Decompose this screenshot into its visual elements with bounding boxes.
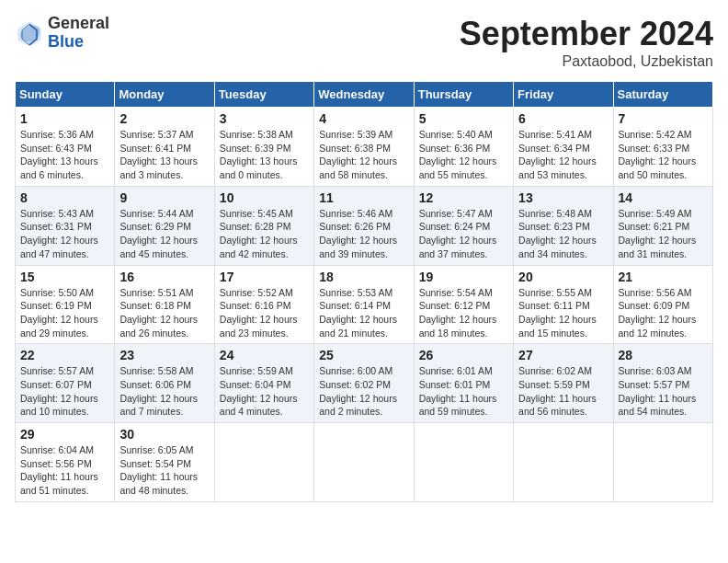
sunrise-text: Sunrise: 5:37 AM [119, 128, 209, 142]
sunset-text: Sunset: 6:39 PM [220, 142, 309, 155]
daylight-text: Daylight: 11 hours and 59 minutes. [419, 392, 508, 419]
daylight-text: Daylight: 12 hours and 18 minutes. [419, 313, 508, 339]
day-info: Sunrise: 5:49 AM Sunset: 6:21 PM Dayligh… [619, 207, 708, 261]
sunset-text: Sunset: 5:59 PM [518, 378, 608, 392]
day-number: 28 [619, 348, 708, 362]
sunrise-text: Sunrise: 5:36 AM [20, 128, 109, 142]
sunset-text: Sunset: 5:57 PM [619, 378, 708, 392]
logo-icon [15, 18, 44, 48]
day-info: Sunrise: 5:43 AM Sunset: 6:31 PM Dayligh… [20, 207, 109, 261]
daylight-text: Daylight: 12 hours and 53 minutes. [518, 155, 608, 181]
page-container: General Blue September 2024 Paxtaobod, U… [15, 15, 713, 502]
sunrise-text: Sunrise: 5:47 AM [419, 207, 508, 221]
daylight-text: Daylight: 12 hours and 7 minutes. [119, 392, 209, 419]
sunrise-text: Sunrise: 5:42 AM [619, 128, 708, 142]
sunset-text: Sunset: 6:33 PM [619, 142, 708, 155]
sunrise-text: Sunrise: 6:01 AM [419, 364, 508, 378]
day-info: Sunrise: 5:55 AM Sunset: 6:11 PM Dayligh… [518, 286, 608, 340]
sunrise-text: Sunrise: 6:02 AM [518, 364, 608, 378]
calendar-cell [613, 423, 712, 502]
calendar-cell: 27 Sunrise: 6:02 AM Sunset: 5:59 PM Dayl… [514, 344, 613, 423]
calendar-cell: 14 Sunrise: 5:49 AM Sunset: 6:21 PM Dayl… [613, 186, 712, 265]
daylight-text: Daylight: 12 hours and 21 minutes. [319, 313, 408, 339]
sunrise-text: Sunrise: 5:50 AM [20, 286, 109, 300]
daylight-text: Daylight: 12 hours and 12 minutes. [619, 313, 708, 339]
sunset-text: Sunset: 6:24 PM [419, 220, 508, 234]
calendar-cell: 18 Sunrise: 5:53 AM Sunset: 6:14 PM Dayl… [314, 265, 414, 344]
daylight-text: Daylight: 12 hours and 23 minutes. [220, 313, 309, 339]
day-number: 5 [419, 111, 508, 126]
day-number: 21 [619, 270, 708, 284]
sunrise-text: Sunrise: 5:49 AM [619, 207, 708, 221]
day-info: Sunrise: 5:38 AM Sunset: 6:39 PM Dayligh… [220, 128, 309, 182]
sunrise-text: Sunrise: 5:59 AM [220, 364, 309, 378]
sunrise-text: Sunrise: 6:00 AM [319, 364, 408, 378]
daylight-text: Daylight: 11 hours and 51 minutes. [20, 470, 109, 497]
col-thursday: Thursday [414, 82, 513, 108]
daylight-text: Daylight: 12 hours and 26 minutes. [119, 313, 209, 339]
day-number: 1 [20, 111, 109, 126]
month-title: September 2024 [460, 15, 713, 53]
day-info: Sunrise: 5:36 AM Sunset: 6:43 PM Dayligh… [20, 128, 109, 182]
daylight-text: Daylight: 13 hours and 6 minutes. [20, 155, 109, 181]
sunset-text: Sunset: 6:04 PM [220, 378, 309, 392]
calendar-cell: 6 Sunrise: 5:41 AM Sunset: 6:34 PM Dayli… [514, 108, 613, 187]
day-info: Sunrise: 5:54 AM Sunset: 6:12 PM Dayligh… [419, 286, 508, 340]
logo: General Blue [15, 15, 109, 52]
col-saturday: Saturday [613, 82, 712, 108]
daylight-text: Daylight: 12 hours and 47 minutes. [20, 234, 109, 260]
sunset-text: Sunset: 6:18 PM [119, 299, 209, 313]
calendar-cell: 29 Sunrise: 6:04 AM Sunset: 5:56 PM Dayl… [16, 423, 115, 502]
day-number: 16 [119, 270, 209, 284]
col-tuesday: Tuesday [214, 82, 313, 108]
calendar-cell: 8 Sunrise: 5:43 AM Sunset: 6:31 PM Dayli… [16, 186, 115, 265]
calendar-cell [214, 423, 313, 502]
day-number: 11 [319, 190, 408, 205]
sunrise-text: Sunrise: 5:52 AM [220, 286, 309, 300]
calendar-cell: 23 Sunrise: 5:58 AM Sunset: 6:06 PM Dayl… [115, 344, 214, 423]
day-number: 29 [20, 427, 109, 442]
sunset-text: Sunset: 6:02 PM [319, 378, 408, 392]
day-info: Sunrise: 6:02 AM Sunset: 5:59 PM Dayligh… [518, 364, 608, 419]
calendar-cell: 20 Sunrise: 5:55 AM Sunset: 6:11 PM Dayl… [514, 265, 613, 344]
day-number: 4 [319, 111, 408, 126]
daylight-text: Daylight: 12 hours and 55 minutes. [419, 155, 508, 181]
calendar-cell: 1 Sunrise: 5:36 AM Sunset: 6:43 PM Dayli… [16, 108, 115, 187]
day-number: 12 [419, 190, 508, 205]
header: General Blue September 2024 Paxtaobod, U… [15, 15, 713, 70]
sunrise-text: Sunrise: 5:54 AM [419, 286, 508, 300]
sunrise-text: Sunrise: 6:05 AM [119, 443, 209, 457]
calendar-cell: 15 Sunrise: 5:50 AM Sunset: 6:19 PM Dayl… [16, 265, 115, 344]
calendar-cell: 17 Sunrise: 5:52 AM Sunset: 6:16 PM Dayl… [214, 265, 313, 344]
daylight-text: Daylight: 13 hours and 3 minutes. [119, 155, 209, 181]
sunset-text: Sunset: 6:19 PM [20, 299, 109, 313]
day-info: Sunrise: 5:41 AM Sunset: 6:34 PM Dayligh… [518, 128, 608, 182]
header-row: Sunday Monday Tuesday Wednesday Thursday… [16, 82, 713, 108]
col-friday: Friday [514, 82, 613, 108]
daylight-text: Daylight: 12 hours and 45 minutes. [119, 234, 209, 260]
daylight-text: Daylight: 12 hours and 39 minutes. [319, 234, 408, 260]
sunrise-text: Sunrise: 5:53 AM [319, 286, 408, 300]
sunrise-text: Sunrise: 6:04 AM [20, 443, 109, 457]
calendar-cell: 16 Sunrise: 5:51 AM Sunset: 6:18 PM Dayl… [115, 265, 214, 344]
daylight-text: Daylight: 12 hours and 4 minutes. [220, 392, 309, 419]
sunset-text: Sunset: 6:28 PM [220, 220, 309, 234]
day-number: 9 [119, 190, 209, 205]
sunrise-text: Sunrise: 5:46 AM [319, 207, 408, 221]
sunset-text: Sunset: 6:34 PM [518, 142, 608, 155]
logo-general: General [48, 15, 109, 33]
day-info: Sunrise: 5:46 AM Sunset: 6:26 PM Dayligh… [319, 207, 408, 261]
day-info: Sunrise: 5:59 AM Sunset: 6:04 PM Dayligh… [220, 364, 309, 419]
day-number: 19 [419, 270, 508, 284]
calendar-cell: 30 Sunrise: 6:05 AM Sunset: 5:54 PM Dayl… [115, 423, 214, 502]
calendar-cell [314, 423, 414, 502]
sunset-text: Sunset: 5:54 PM [119, 457, 209, 471]
calendar-week-5: 29 Sunrise: 6:04 AM Sunset: 5:56 PM Dayl… [16, 423, 713, 502]
day-number: 7 [619, 111, 708, 126]
calendar-week-3: 15 Sunrise: 5:50 AM Sunset: 6:19 PM Dayl… [16, 265, 713, 344]
day-number: 30 [119, 427, 209, 442]
daylight-text: Daylight: 12 hours and 2 minutes. [319, 392, 408, 419]
day-info: Sunrise: 5:45 AM Sunset: 6:28 PM Dayligh… [220, 207, 309, 261]
sunset-text: Sunset: 6:21 PM [619, 220, 708, 234]
day-number: 8 [20, 190, 109, 205]
